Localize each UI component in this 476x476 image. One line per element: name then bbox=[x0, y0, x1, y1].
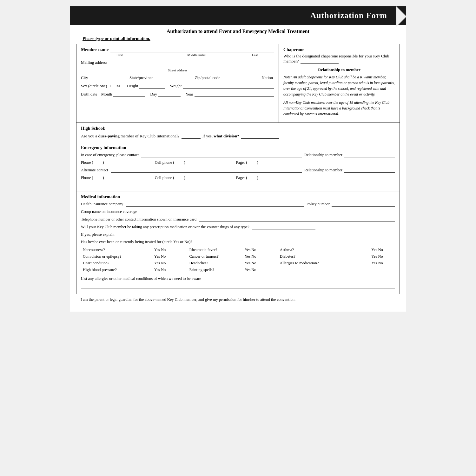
rheumatic-yes-no: Yes No bbox=[243, 247, 268, 253]
explain-line bbox=[117, 232, 395, 237]
condition-row-4: High blood pressure? Yes No Fainting spe… bbox=[82, 267, 394, 273]
group-name-row: Group name on insurance coverage bbox=[81, 209, 395, 214]
day-label: Day bbox=[150, 92, 157, 97]
condition-row-3: Heart condition? Yes No Headaches? Yes N… bbox=[82, 260, 394, 266]
emergency-contact-row: In case of emergency, please contact Rel… bbox=[81, 152, 395, 157]
chaperone-name-line bbox=[301, 63, 339, 64]
chaperone-relationship-header: Relationship to member bbox=[283, 66, 395, 72]
emergency-relationship-line bbox=[344, 152, 395, 157]
high-school-section: High School: Are you a dues-paying membe… bbox=[76, 122, 400, 142]
policy-line bbox=[332, 202, 395, 207]
month-label: Month bbox=[101, 92, 112, 97]
cell-area-line bbox=[175, 160, 184, 165]
chaperone-title: Chaperone bbox=[283, 47, 395, 52]
name-subfields: First Middle initial Last bbox=[81, 53, 274, 57]
day-line bbox=[158, 92, 181, 97]
pager-line bbox=[258, 160, 395, 165]
group-label: Group name on insurance coverage bbox=[81, 209, 137, 214]
convulsion-yes-no: Yes No bbox=[153, 254, 177, 260]
dues-text-part2: member of Key Club International? bbox=[121, 134, 180, 139]
chaperone-note2: All non-Key Club members over the age of… bbox=[283, 100, 395, 117]
form-subtitle: Authorization to attend Event and Emerge… bbox=[76, 25, 400, 36]
allergies-line bbox=[203, 276, 395, 281]
dues-text-part1: Are you a bbox=[81, 134, 97, 139]
high-school-label: High School: bbox=[81, 126, 105, 131]
birth-date-row: Birth date Month Day Year bbox=[81, 92, 274, 97]
medical-section: Medical information Health insurance com… bbox=[76, 191, 400, 294]
alt-pager-label: Pager ( bbox=[236, 175, 248, 180]
m-label: M bbox=[116, 83, 120, 89]
emergency-section: Emergency information In case of emergen… bbox=[76, 142, 400, 191]
nation-label: Nation bbox=[262, 75, 273, 80]
month-line bbox=[113, 92, 145, 97]
alt-relationship-label: Relationship to member bbox=[304, 168, 342, 173]
state-line bbox=[155, 75, 192, 80]
extra-lines bbox=[81, 283, 395, 289]
heart-yes-no: Yes No bbox=[153, 260, 177, 266]
header-banner: Authorization Form bbox=[70, 6, 406, 25]
cell-line bbox=[185, 160, 230, 165]
division-bold: what division? bbox=[214, 134, 239, 139]
city-line bbox=[89, 75, 127, 80]
member-info: Member name First Middle initial Last Ma… bbox=[76, 44, 279, 122]
high-school-line bbox=[107, 126, 158, 131]
condition-asthma: Asthma? bbox=[279, 247, 350, 253]
telephone-label: Telephone number or other contact inform… bbox=[81, 217, 196, 222]
dues-bold: dues-paying bbox=[98, 134, 120, 139]
zip-line bbox=[221, 75, 259, 80]
top-section: Member name First Middle initial Last Ma… bbox=[76, 44, 400, 123]
birth-date-label: Birth date bbox=[81, 92, 97, 97]
emergency-phone-row: Phone ( ) Cell phone ( ) Pager ( ) bbox=[81, 160, 395, 165]
insurance-label: Health insurance company bbox=[81, 202, 123, 207]
condition-blood-pressure: High blood pressure? bbox=[82, 267, 152, 273]
condition-nervousness: Nervousness? bbox=[82, 247, 152, 253]
diabetes-yes-no: Yes No bbox=[370, 254, 394, 260]
alt-phone-label: Phone ( bbox=[81, 175, 93, 180]
year-line bbox=[195, 92, 274, 97]
print-note: Please type or print all information. bbox=[76, 36, 400, 44]
member-name-row: Member name bbox=[81, 47, 274, 52]
height-label: Height bbox=[127, 83, 138, 89]
pager-label: Pager ( bbox=[236, 160, 248, 165]
alt-contact-line bbox=[111, 168, 302, 173]
city-row: City State/province Zip/postal code Nati… bbox=[81, 75, 274, 80]
alt-phone-area-line bbox=[93, 175, 103, 180]
insurance-row: Health insurance company Policy number bbox=[81, 202, 395, 207]
group-line bbox=[140, 209, 395, 214]
authorization-form: Authorization Form Authorization to atte… bbox=[70, 6, 406, 312]
nervousness-yes-no: Yes No bbox=[153, 247, 177, 253]
f-label: F bbox=[110, 83, 112, 89]
dues-answer-line bbox=[182, 134, 201, 139]
high-school-row: High School: bbox=[81, 126, 395, 131]
explain-label: If yes, please explain bbox=[81, 232, 115, 237]
emergency-contact-label: In case of emergency, please contact bbox=[81, 153, 139, 157]
phone-area-line bbox=[93, 160, 103, 165]
bottom-section: I am the parent or legal guardian for th… bbox=[76, 294, 400, 305]
sex-label: Sex (circle one) bbox=[81, 83, 107, 89]
alt-phone-row: Phone ( ) Cell phone ( ) Pager ( ) bbox=[81, 175, 395, 180]
mailing-address-label: Mailing address bbox=[81, 60, 107, 65]
member-name-label: Member name bbox=[81, 47, 109, 52]
city-label: City bbox=[81, 75, 88, 80]
state-label: State/province bbox=[129, 75, 153, 80]
dues-row: Are you a dues-paying member of Key Club… bbox=[81, 134, 395, 139]
first-sublabel: First bbox=[81, 53, 158, 57]
chaperone-note1: Note: An adult chaperone for Key Club sh… bbox=[283, 74, 395, 97]
bottom-text: I am the parent or legal guardian for th… bbox=[81, 297, 295, 302]
weight-label: Weight bbox=[170, 83, 182, 89]
policy-label: Policy number bbox=[307, 202, 330, 207]
phone-line bbox=[104, 160, 149, 165]
condition-heart: Heart condition? bbox=[82, 260, 152, 266]
condition-row-2: Convulsion or epilepsy? Yes No Cancer or… bbox=[82, 254, 394, 260]
phone-label: Phone ( bbox=[81, 160, 93, 165]
alternate-contact-row: Alternate contact Relationship to member bbox=[81, 168, 395, 173]
emergency-title: Emergency information bbox=[81, 145, 395, 150]
cell-label: Cell phone ( bbox=[155, 160, 175, 165]
alt-cell-label: Cell phone ( bbox=[155, 175, 175, 180]
medical-title: Medical information bbox=[81, 195, 395, 200]
weight-line bbox=[183, 83, 274, 89]
allergies-row: List any allergies or other medical cond… bbox=[81, 276, 395, 281]
cancer-yes-no: Yes No bbox=[243, 254, 268, 260]
extra-line-1 bbox=[81, 283, 395, 289]
telephone-row: Telephone number or other contact inform… bbox=[81, 217, 395, 222]
